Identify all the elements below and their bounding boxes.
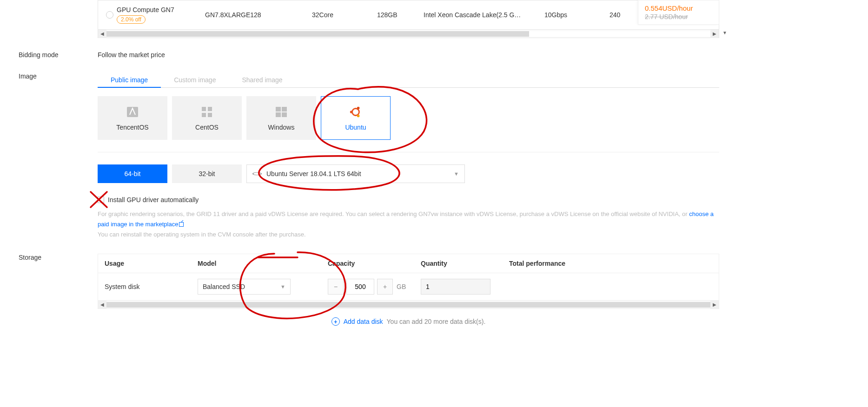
add-disk-hint: You can add 20 more data disk(s). [387, 318, 486, 325]
gpu-driver-checkbox[interactable] [98, 197, 104, 203]
svg-point-12 [357, 115, 360, 118]
quantity-input [421, 279, 490, 295]
os-label-tencentos: TencentOS [116, 124, 148, 131]
add-disk-link[interactable]: Add data disk [344, 318, 383, 325]
instance-name: GPU Compute GN7 [117, 6, 205, 13]
svg-rect-6 [282, 107, 287, 112]
chevron-down-icon: ▼ [280, 284, 285, 289]
hint-text-1: For graphic rendering scenarios, the GRI… [98, 210, 689, 217]
price-current: 0.554USD/hour [645, 4, 712, 12]
external-link-icon [179, 222, 184, 227]
disk-model-value: Balanced SSD [203, 283, 245, 290]
os-card-centos[interactable]: CentOS [172, 96, 242, 140]
instance-model: GN7.8XLARGE128 [205, 11, 312, 19]
scroll-right-icon[interactable]: ▶ [710, 30, 719, 38]
os-label-ubuntu: Ubuntu [345, 124, 366, 131]
expand-icon[interactable]: ▼ [722, 30, 727, 35]
col-quantity: Quantity [421, 260, 509, 267]
scroll-left-icon[interactable]: ◀ [98, 301, 106, 309]
instance-table: GPU Compute GN7 2.0% off GN7.8XLARGE128 … [98, 0, 719, 30]
disc-icon [252, 170, 262, 177]
col-usage: Usage [105, 260, 198, 267]
os-card-windows[interactable]: Windows [246, 96, 316, 140]
disk-model-select[interactable]: Balanced SSD ▼ [198, 279, 291, 295]
os-version-select[interactable]: Ubuntu Server 18.04.1 LTS 64bit ▼ [246, 164, 465, 183]
capacity-unit: GB [397, 283, 406, 290]
svg-rect-7 [276, 112, 281, 117]
image-hint: For graphic rendering scenarios, the GRI… [98, 209, 715, 240]
storage-scrollbar[interactable]: ◀ ▶ [98, 301, 719, 309]
os-label-centos: CentOS [195, 124, 219, 131]
svg-rect-5 [276, 107, 281, 112]
capacity-decrease-button[interactable]: − [328, 279, 344, 295]
instance-pps: 240 [610, 11, 637, 19]
svg-rect-4 [208, 113, 212, 117]
storage-table: Usage Model Capacity Quantity Total perf… [98, 254, 719, 301]
col-capacity: Capacity [328, 260, 421, 267]
tab-shared-image[interactable]: Shared image [229, 72, 295, 87]
svg-rect-8 [282, 112, 287, 117]
svg-rect-1 [202, 107, 206, 111]
bidding-value: Follow the market price [98, 51, 868, 59]
discount-badge: 2.0% off [117, 15, 146, 24]
price-box: 0.554USD/hour 2.77 USD/hour [638, 0, 719, 25]
image-source-tabs: Public image Custom image Shared image [98, 72, 719, 88]
add-disk-icon[interactable]: + [331, 317, 340, 326]
scroll-left-icon[interactable]: ◀ [98, 30, 106, 38]
svg-rect-3 [202, 113, 206, 117]
instance-memory: 128GB [377, 11, 424, 19]
image-label: Image [19, 72, 98, 80]
ubuntu-icon [349, 105, 363, 119]
disk-usage: System disk [105, 283, 198, 290]
tencentos-icon [126, 105, 139, 119]
instance-radio[interactable] [103, 11, 117, 19]
storage-row: System disk Balanced SSD ▼ − + GB [98, 273, 719, 300]
col-performance: Total performance [509, 260, 602, 267]
storage-label: Storage [19, 254, 98, 261]
instance-bandwidth: 10Gbps [544, 11, 610, 19]
capacity-input[interactable] [346, 279, 374, 295]
tab-custom-image[interactable]: Custom image [161, 72, 229, 87]
instance-cpu: Intel Xeon Cascade Lake(2.5 G… [424, 11, 544, 19]
gpu-driver-label: Install GPU driver automatically [108, 196, 199, 204]
instance-cores: 32Core [312, 11, 377, 19]
instance-row[interactable]: GPU Compute GN7 2.0% off GN7.8XLARGE128 … [98, 0, 719, 29]
svg-point-9 [352, 109, 359, 116]
bits-64-button[interactable]: 64-bit [98, 164, 167, 183]
svg-point-10 [350, 111, 353, 113]
price-original: 2.77 USD/hour [645, 13, 712, 20]
svg-point-11 [357, 107, 360, 110]
chevron-down-icon: ▼ [454, 171, 459, 177]
scroll-right-icon[interactable]: ▶ [710, 301, 719, 309]
capacity-increase-button[interactable]: + [377, 279, 393, 295]
hint-text-2: You can reinstall the operating system i… [98, 231, 306, 238]
tab-public-image[interactable]: Public image [98, 72, 161, 87]
os-version-value: Ubuntu Server 18.04.1 LTS 64bit [266, 170, 361, 177]
os-card-ubuntu[interactable]: Ubuntu [321, 96, 391, 140]
centos-icon [200, 105, 214, 119]
instance-scrollbar[interactable]: ◀ ▶ [98, 30, 719, 38]
svg-rect-2 [208, 107, 212, 111]
os-label-windows: Windows [268, 124, 295, 131]
bidding-label: Bidding mode [19, 51, 98, 59]
windows-icon [274, 105, 288, 119]
bits-32-button[interactable]: 32-bit [172, 164, 242, 183]
col-model: Model [198, 260, 328, 267]
os-card-tencentos[interactable]: TencentOS [98, 96, 167, 140]
